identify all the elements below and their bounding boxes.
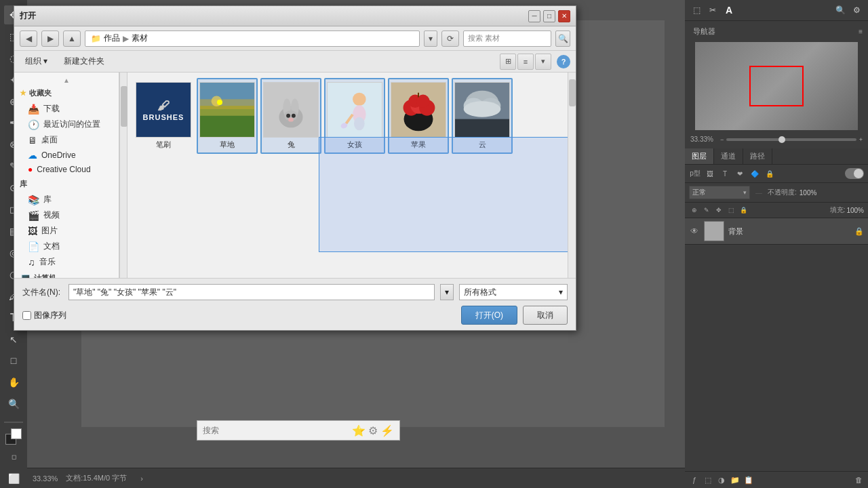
refresh-button[interactable]: ⟳: [441, 30, 459, 47]
svg-point-32: [464, 101, 501, 117]
open-file-dialog: 打开 ─ □ ✕ ◀ ▶ ▲ 📁 作品 ▶ 素材 ▾: [14, 5, 576, 331]
back-button[interactable]: ◀: [20, 30, 37, 47]
library-header[interactable]: 库: [14, 176, 119, 192]
brushes-text: BRUSHES: [143, 113, 184, 121]
sidebar-item-downloads[interactable]: 📥 下载: [14, 101, 119, 117]
sidebar-scrollbar-thumb[interactable]: [121, 86, 127, 127]
dialog-toolbar: 组织 ▾ 新建文件夹 ⊞ ≡ ▾ ?: [14, 51, 576, 73]
sidebar-item-pictures[interactable]: 🖼 图片: [14, 223, 119, 239]
sidebar-scrollbar[interactable]: [119, 73, 127, 278]
up-button[interactable]: ▲: [63, 30, 81, 47]
titlebar-buttons: ─ □ ✕: [528, 10, 570, 22]
desktop-icon: 🖥: [28, 135, 37, 146]
file-label-grassland: 草地: [220, 140, 235, 150]
pictures-label: 图片: [41, 225, 58, 237]
svg-point-16: [354, 117, 365, 131]
dialog-titlebar: 打开 ─ □ ✕: [14, 6, 576, 26]
documents-icon: 📄: [28, 241, 39, 252]
organize-label: 组织 ▾: [25, 56, 47, 67]
new-folder-button[interactable]: 新建文件夹: [58, 54, 110, 70]
apple-svg: [391, 82, 446, 138]
grid-scrollbar[interactable]: [568, 73, 576, 278]
address-path[interactable]: 📁 作品 ▶ 素材: [85, 30, 420, 47]
filetype-select[interactable]: 所有格式 ▾: [459, 284, 568, 300]
file-thumb-girl: [327, 82, 382, 138]
dialog-search-box[interactable]: 搜索 素材: [463, 30, 551, 47]
video-icon: 🎬: [28, 210, 39, 221]
file-label-brushes: 笔刷: [156, 140, 171, 150]
organize-button[interactable]: 组织 ▾: [20, 54, 53, 70]
up-icon: ▲: [68, 34, 76, 43]
view-btn-1[interactable]: ⊞: [500, 54, 516, 70]
computer-icon: 💻: [20, 272, 31, 278]
path-part-2: 素材: [132, 33, 148, 44]
svg-rect-28: [455, 119, 509, 137]
dialog-bottom: 文件名(N): ▾ 所有格式 ▾ 图像序列 打开(O) 取消: [14, 278, 576, 330]
cancel-label: 取消: [537, 310, 553, 321]
library-expand-label: 库: [43, 194, 52, 205]
buttons-row: 图像序列 打开(O) 取消: [22, 306, 568, 325]
dialog-title: 打开: [20, 10, 36, 22]
folder-icon-address: 📁: [91, 34, 101, 43]
library-label: 库: [20, 179, 27, 189]
back-icon: ◀: [26, 34, 32, 43]
sidebar-item-desktop[interactable]: 🖥 桌面: [14, 132, 119, 148]
star-icon: ★: [20, 89, 26, 98]
file-thumb-apple: [391, 82, 446, 138]
svg-rect-1: [200, 113, 254, 137]
path-sep-1: ▶: [123, 34, 129, 43]
file-item-rabbit[interactable]: 兔: [260, 78, 321, 154]
sidebar-item-videos[interactable]: 🎬 视频: [14, 207, 119, 223]
view-btn-2[interactable]: ≡: [517, 54, 534, 70]
file-item-grassland[interactable]: 草地: [197, 78, 258, 154]
computer-header[interactable]: 💻 计算机: [14, 270, 119, 278]
sidebar-item-library[interactable]: 📚 库: [14, 192, 119, 207]
library-expand-icon: 📚: [28, 195, 39, 205]
svg-point-10: [286, 114, 290, 118]
dialog-sidebar: ▲ ★ 收藏夹 📥 下载 🕐 最近访问的位置 🖥 桌面: [14, 73, 119, 278]
selection-marquee: [319, 137, 568, 252]
sequence-checkbox[interactable]: [22, 311, 31, 320]
file-grid-container: 🖌 BRUSHES 笔刷: [127, 73, 568, 278]
forward-button[interactable]: ▶: [41, 30, 59, 47]
computer-label: 计算机: [34, 273, 56, 279]
address-bar: ◀ ▶ ▲ 📁 作品 ▶ 素材 ▾ ⟳ 搜索 素材 🔍: [14, 26, 576, 51]
filename-input[interactable]: [68, 284, 435, 300]
filename-row: 文件名(N): ▾ 所有格式 ▾: [22, 284, 568, 300]
view-btn-dropdown[interactable]: ▾: [535, 54, 551, 70]
open-button[interactable]: 打开(O): [461, 306, 517, 325]
sequence-checkbox-row: 图像序列: [22, 310, 456, 321]
videos-label: 视频: [43, 209, 60, 221]
dialog-search-btn[interactable]: 🔍: [555, 30, 570, 47]
file-item-brushes[interactable]: 🖌 BRUSHES 笔刷: [133, 78, 194, 154]
filetype-label: 所有格式: [464, 287, 496, 298]
filename-dropdown-btn[interactable]: ▾: [440, 284, 454, 300]
documents-label: 文档: [43, 241, 60, 252]
dialog-main-area: ▲ ★ 收藏夹 📥 下载 🕐 最近访问的位置 🖥 桌面: [14, 73, 576, 278]
brush-preview-icon: 🖌: [157, 99, 170, 113]
new-folder-label: 新建文件夹: [64, 56, 104, 67]
filetype-dropdown-icon: ▾: [559, 287, 563, 297]
favorites-header[interactable]: ★ 收藏夹: [14, 85, 119, 101]
music-label: 音乐: [39, 256, 56, 268]
onedrive-icon: ☁: [28, 150, 37, 161]
sidebar-item-creative-cloud[interactable]: ● Creative Cloud: [14, 163, 119, 176]
minimize-button[interactable]: ─: [528, 10, 540, 22]
onedrive-label: OneDrive: [41, 150, 76, 160]
sidebar-item-recent[interactable]: 🕐 最近访问的位置: [14, 117, 119, 132]
help-button[interactable]: ?: [557, 55, 570, 68]
girl-svg: [328, 82, 382, 138]
svg-point-11: [292, 114, 296, 118]
close-button[interactable]: ✕: [558, 10, 570, 22]
sidebar-item-documents[interactable]: 📄 文档: [14, 239, 119, 254]
search-placeholder: 搜索 素材: [468, 33, 500, 43]
maximize-button[interactable]: □: [543, 10, 555, 22]
address-dropdown-btn[interactable]: ▾: [424, 30, 437, 47]
grid-scrollbar-thumb[interactable]: [569, 79, 576, 106]
cancel-button[interactable]: 取消: [523, 306, 568, 325]
sidebar-item-onedrive[interactable]: ☁ OneDrive: [14, 148, 119, 163]
sequence-label: 图像序列: [34, 310, 66, 321]
sidebar-scroll-up[interactable]: ▲: [14, 75, 119, 85]
mouse-cursor: [217, 100, 222, 105]
sidebar-item-music[interactable]: ♫ 音乐: [14, 254, 119, 270]
